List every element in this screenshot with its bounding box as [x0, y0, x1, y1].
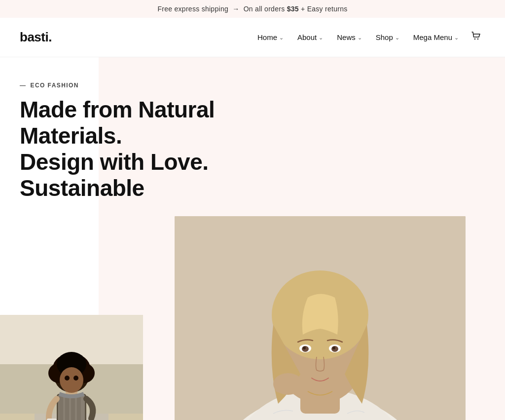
svg-rect-37 [47, 419, 57, 420]
svg-point-35 [65, 376, 70, 381]
hero-image-secondary [0, 315, 143, 420]
nav-item-news[interactable]: News ⌄ [331, 29, 368, 45]
svg-point-0 [474, 38, 475, 39]
cart-button[interactable] [467, 27, 485, 48]
chevron-down-icon: ⌄ [358, 35, 362, 41]
svg-point-36 [73, 376, 78, 381]
announcement-text: Free express shipping → On all orders $3… [157, 5, 347, 13]
svg-point-12 [303, 346, 306, 349]
arrow-icon: → [232, 5, 239, 13]
nav-item-home[interactable]: Home ⌄ [252, 29, 289, 45]
chevron-down-icon: ⌄ [395, 35, 399, 41]
hero-content: ECO FASHION Made from Natural Materials.… [0, 57, 505, 201]
svg-rect-17 [0, 414, 35, 420]
svg-rect-18 [108, 414, 143, 420]
svg-point-13 [332, 346, 335, 349]
eco-label: ECO FASHION [20, 82, 485, 89]
svg-rect-27 [58, 395, 85, 420]
hero-image-main [175, 216, 466, 420]
svg-point-34 [60, 367, 83, 393]
site-logo[interactable]: basti. [20, 30, 52, 45]
announcement-bar: Free express shipping → On all orders $3… [0, 0, 505, 18]
hero-section: ECO FASHION Made from Natural Materials.… [0, 57, 505, 420]
chevron-down-icon: ⌄ [279, 35, 284, 41]
main-nav: Home ⌄ About ⌄ News ⌄ Shop ⌄ Mega Menu ⌄ [252, 27, 485, 48]
svg-point-1 [477, 38, 478, 39]
chevron-down-icon: ⌄ [319, 35, 323, 41]
nav-item-shop[interactable]: Shop ⌄ [370, 29, 405, 45]
hero-title: Made from Natural Materials. Design with… [20, 97, 316, 201]
nav-item-mega-menu[interactable]: Mega Menu ⌄ [407, 29, 465, 45]
nav-item-about[interactable]: About ⌄ [291, 29, 329, 45]
hero-images [0, 216, 505, 420]
chevron-down-icon: ⌄ [454, 35, 459, 41]
site-header: basti. Home ⌄ About ⌄ News ⌄ Shop ⌄ Mega… [0, 18, 505, 57]
